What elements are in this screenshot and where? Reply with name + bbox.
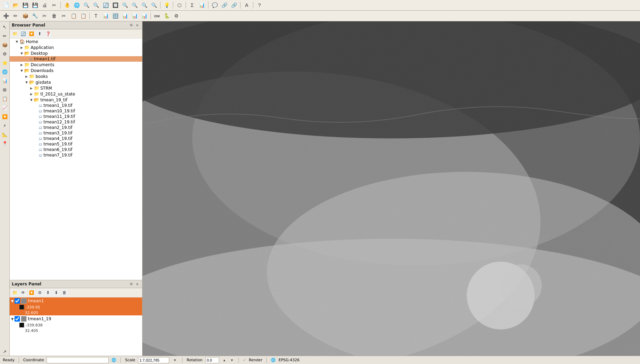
chart4-btn[interactable]: 📊 <box>140 11 149 20</box>
cut-btn[interactable]: ✂ <box>40 11 49 20</box>
side-icon-filter[interactable]: 🔽 <box>1 112 9 121</box>
tree-gisdata[interactable]: ▼ 📂 gisdata <box>10 79 142 85</box>
chart2-btn[interactable]: 📊 <box>120 11 129 20</box>
copy-btn[interactable]: 📋 <box>69 11 78 20</box>
digitize-btn[interactable]: ➕ <box>1 11 10 20</box>
layer-tmean1-checkbox[interactable] <box>14 298 20 304</box>
scale-dropdown-btn[interactable]: ▼ <box>172 357 178 363</box>
tree-desktop[interactable]: ▼ 📂 Desktop <box>10 50 142 56</box>
layers-add-btn[interactable]: 📁 <box>11 289 19 296</box>
side-icon-select[interactable]: ↗ <box>1 347 9 356</box>
rotation-input[interactable] <box>205 357 219 363</box>
side-icon-settings[interactable]: ⚙ <box>1 50 9 58</box>
zoom-in-btn[interactable]: 🔍 <box>82 1 91 10</box>
split-btn[interactable]: ✂ <box>59 11 68 20</box>
tree-tmean5-19[interactable]: 🗂 tmean5_19.tif <box>10 141 142 147</box>
layers-close-btn[interactable]: ✕ <box>135 281 140 287</box>
comment-btn[interactable]: 💬 <box>210 1 219 10</box>
side-icon-table[interactable]: 📋 <box>1 94 9 103</box>
tree-tmean7-19[interactable]: 🗂 tmean7_19.tif <box>10 152 142 158</box>
tree-tmean2-19[interactable]: 🗂 tmean2_19.tif <box>10 125 142 130</box>
browser-float-btn[interactable]: ⧉ <box>128 22 134 28</box>
layers-down-btn[interactable]: ⬇ <box>52 289 60 296</box>
save-btn[interactable]: 💾 <box>21 1 30 10</box>
zoom-native-btn[interactable]: 🔍 <box>130 1 139 10</box>
tree-tmean1-tif[interactable]: 🗂 tmean1.tif <box>10 56 142 62</box>
side-icon-star[interactable]: ⭐ <box>1 59 9 67</box>
rotation-up-btn[interactable]: ▲ <box>222 357 227 363</box>
tree-tmean6-19[interactable]: 🗂 tmean6_19.tif <box>10 147 142 152</box>
side-icon-process[interactable]: ⚡ <box>1 121 9 130</box>
tree-tmean12-19[interactable]: 🗂 tmean12_19.tif <box>10 119 142 125</box>
settings-btn[interactable]: 🔧 <box>30 11 39 20</box>
edit-btn[interactable]: ✏ <box>11 11 20 20</box>
zoom-layer-btn[interactable]: 🔲 <box>111 1 120 10</box>
delete-btn[interactable]: 🗑 <box>50 11 59 20</box>
link2-btn[interactable]: 🔗 <box>229 1 238 10</box>
map-canvas[interactable] <box>142 21 640 356</box>
num-btn[interactable]: 🔢 <box>111 11 120 20</box>
python-btn[interactable]: 🐍 <box>162 11 171 20</box>
undo-btn[interactable]: ✂ <box>50 1 59 10</box>
side-icon-pin[interactable]: 📍 <box>1 139 9 148</box>
side-icon-arrow[interactable]: ↖ <box>1 23 9 31</box>
tree-application[interactable]: ▶ 📁 Application <box>10 44 142 50</box>
tree-downloads[interactable]: ▼ 📂 Downloads <box>10 68 142 73</box>
stats-btn[interactable]: Σ <box>188 1 197 10</box>
tree-tl2012[interactable]: ▶ 📁 tl_2012_us_state <box>10 91 142 97</box>
open-btn[interactable]: 📂 <box>11 1 20 10</box>
coordinate-input[interactable] <box>47 357 109 363</box>
tree-tmean10-19[interactable]: 🗂 tmean10_19.tif <box>10 108 142 114</box>
browser-close-btn[interactable]: ✕ <box>135 22 140 28</box>
paste-btn[interactable]: 📋 <box>79 11 88 20</box>
globe-btn[interactable]: 🌐 <box>72 1 81 10</box>
layer-tmean1[interactable]: ▼ tmean1 <box>10 297 142 304</box>
zoom-1-btn[interactable]: 🔄 <box>101 1 110 10</box>
scale-input[interactable] <box>138 357 169 363</box>
layers-remove-btn[interactable]: 🗑 <box>61 289 68 296</box>
group-btn[interactable]: 📦 <box>21 11 30 20</box>
tree-books[interactable]: ▶ 📁 books <box>10 73 142 79</box>
label-btn[interactable]: A <box>242 1 251 10</box>
tree-documents[interactable]: ▶ 📁 Documents <box>10 62 142 68</box>
side-icon-ruler[interactable]: 📐 <box>1 130 9 139</box>
side-icon-chart[interactable]: 📈 <box>1 103 9 112</box>
pan-btn[interactable]: 🤚 <box>62 1 71 10</box>
chart-btn[interactable]: 📊 <box>197 1 206 10</box>
tree-tmean3-19[interactable]: 🗂 tmean3_19.tif <box>10 130 142 136</box>
csv-btn[interactable]: csv <box>152 11 161 20</box>
browser-collapse-btn[interactable]: ⬆ <box>36 30 43 38</box>
layers-settings-btn[interactable]: ⚙ <box>36 289 43 296</box>
link1-btn[interactable]: 🔗 <box>220 1 229 10</box>
side-icon-globe[interactable]: 🌐 <box>1 68 9 76</box>
layer-tmean1-19[interactable]: ▼ tmean1_19 <box>10 315 142 322</box>
tree-strm[interactable]: ▶ 📁 STRM <box>10 85 142 91</box>
side-icon-box[interactable]: 📦 <box>1 41 9 49</box>
browser-filter-btn[interactable]: 🔽 <box>28 30 35 38</box>
layers-filter-btn[interactable]: 🔽 <box>28 289 35 296</box>
rotation-down-btn[interactable]: ▼ <box>229 357 234 363</box>
side-icon-pencil[interactable]: ✏ <box>1 32 9 40</box>
label2-btn[interactable]: T <box>91 11 100 20</box>
new-project-btn[interactable]: 📄 <box>1 1 10 10</box>
layers-float-btn[interactable]: ⧉ <box>128 281 134 287</box>
zoom-sel-btn[interactable]: 🔍 <box>120 1 129 10</box>
browser-help-btn[interactable]: ❓ <box>44 30 52 38</box>
zoom-out-btn[interactable]: 🔍 <box>91 1 100 10</box>
tree-tmean1-19[interactable]: 🗂 tmean1_19.tif <box>10 103 142 108</box>
select-btn[interactable]: ⬡ <box>175 1 184 10</box>
layers-up-btn[interactable]: ⬆ <box>44 289 52 296</box>
help-btn[interactable]: ? <box>255 1 264 10</box>
tree-tmean11-19[interactable]: 🗂 tmean11_19.tif <box>10 114 142 119</box>
calc-btn[interactable]: 📊 <box>101 11 110 20</box>
side-icon-grid[interactable]: ⊞ <box>1 85 9 94</box>
browser-add-btn[interactable]: 📁 <box>11 30 19 38</box>
layers-eye-btn[interactable]: 👁 <box>19 289 27 296</box>
settings2-btn[interactable]: ⚙ <box>172 11 181 20</box>
side-icon-layer[interactable]: 📊 <box>1 77 9 85</box>
chart3-btn[interactable]: 📊 <box>130 11 139 20</box>
print-btn[interactable]: 🖨 <box>40 1 49 10</box>
tree-tmean19-folder[interactable]: ▼ 📂 tmean_19_tif <box>10 97 142 103</box>
browser-refresh-btn[interactable]: 🔄 <box>19 30 27 38</box>
map-area[interactable] <box>142 21 640 356</box>
